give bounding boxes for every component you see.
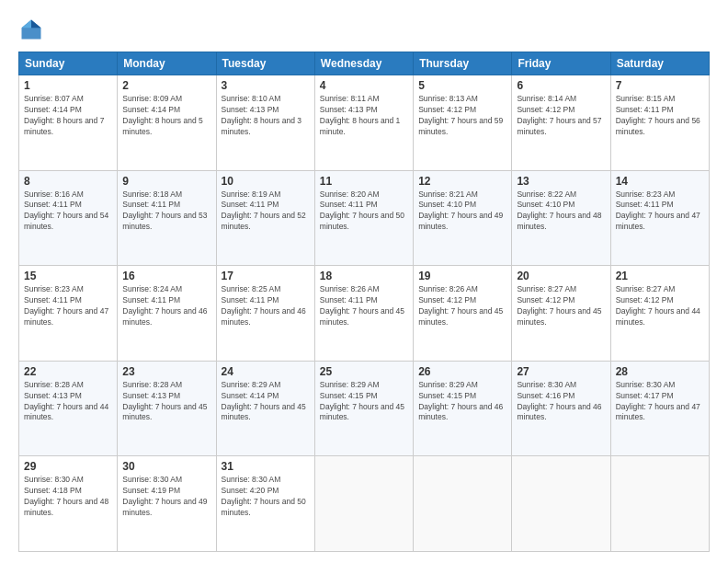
day-info: Sunrise: 8:28 AMSunset: 4:13 PMDaylight:… <box>122 380 210 424</box>
day-info: Sunrise: 8:11 AMSunset: 4:13 PMDaylight:… <box>320 94 408 138</box>
day-info: Sunrise: 8:21 AMSunset: 4:10 PMDaylight:… <box>418 190 506 234</box>
week-row-3: 15Sunrise: 8:23 AMSunset: 4:11 PMDayligh… <box>19 266 710 362</box>
day-number: 22 <box>24 365 112 378</box>
day-number: 28 <box>616 365 704 378</box>
header-cell-tuesday: Tuesday <box>216 52 314 75</box>
calendar-cell: 12Sunrise: 8:21 AMSunset: 4:10 PMDayligh… <box>414 170 512 266</box>
day-info: Sunrise: 8:26 AMSunset: 4:11 PMDaylight:… <box>320 284 408 328</box>
day-info: Sunrise: 8:27 AMSunset: 4:12 PMDaylight:… <box>517 284 605 328</box>
day-number: 20 <box>517 270 605 282</box>
calendar-cell: 17Sunrise: 8:25 AMSunset: 4:11 PMDayligh… <box>216 266 314 362</box>
day-number: 29 <box>24 460 112 473</box>
calendar-cell: 16Sunrise: 8:24 AMSunset: 4:11 PMDayligh… <box>118 266 216 362</box>
svg-marker-2 <box>22 20 32 29</box>
calendar-cell: 10Sunrise: 8:19 AMSunset: 4:11 PMDayligh… <box>216 170 314 266</box>
day-info: Sunrise: 8:29 AMSunset: 4:15 PMDaylight:… <box>320 380 408 424</box>
day-info: Sunrise: 8:30 AMSunset: 4:20 PMDaylight:… <box>222 475 310 519</box>
day-number: 23 <box>122 365 210 378</box>
day-info: Sunrise: 8:20 AMSunset: 4:11 PMDaylight:… <box>320 190 408 234</box>
week-row-2: 8Sunrise: 8:16 AMSunset: 4:11 PMDaylight… <box>19 170 710 266</box>
header-cell-thursday: Thursday <box>414 52 512 75</box>
calendar-cell: 8Sunrise: 8:16 AMSunset: 4:11 PMDaylight… <box>19 170 118 266</box>
logo <box>18 17 48 42</box>
calendar-cell: 30Sunrise: 8:30 AMSunset: 4:19 PMDayligh… <box>118 456 216 552</box>
day-info: Sunrise: 8:30 AMSunset: 4:18 PMDaylight:… <box>24 475 112 519</box>
day-info: Sunrise: 8:25 AMSunset: 4:11 PMDaylight:… <box>222 284 310 328</box>
day-info: Sunrise: 8:23 AMSunset: 4:11 PMDaylight:… <box>616 190 704 234</box>
day-info: Sunrise: 8:18 AMSunset: 4:11 PMDaylight:… <box>122 190 210 234</box>
calendar-cell: 2Sunrise: 8:09 AMSunset: 4:14 PMDaylight… <box>118 75 216 171</box>
day-info: Sunrise: 8:30 AMSunset: 4:17 PMDaylight:… <box>616 380 704 424</box>
day-number: 10 <box>222 175 310 188</box>
header-cell-saturday: Saturday <box>610 52 709 75</box>
logo-icon <box>18 17 44 42</box>
day-number: 26 <box>418 365 506 378</box>
day-info: Sunrise: 8:10 AMSunset: 4:13 PMDaylight:… <box>222 94 310 138</box>
calendar-cell: 9Sunrise: 8:18 AMSunset: 4:11 PMDaylight… <box>118 170 216 266</box>
day-number: 2 <box>122 79 210 92</box>
day-info: Sunrise: 8:27 AMSunset: 4:12 PMDaylight:… <box>616 284 704 328</box>
day-info: Sunrise: 8:22 AMSunset: 4:10 PMDaylight:… <box>517 190 605 234</box>
day-info: Sunrise: 8:13 AMSunset: 4:12 PMDaylight:… <box>418 94 506 138</box>
day-info: Sunrise: 8:19 AMSunset: 4:11 PMDaylight:… <box>222 190 310 234</box>
day-number: 18 <box>320 270 408 282</box>
calendar-cell: 22Sunrise: 8:28 AMSunset: 4:13 PMDayligh… <box>19 361 118 456</box>
day-number: 9 <box>122 175 210 188</box>
day-number: 27 <box>517 365 605 378</box>
day-number: 24 <box>222 365 310 378</box>
calendar-cell: 19Sunrise: 8:26 AMSunset: 4:12 PMDayligh… <box>414 266 512 362</box>
day-number: 19 <box>418 270 506 282</box>
week-row-5: 29Sunrise: 8:30 AMSunset: 4:18 PMDayligh… <box>19 456 710 552</box>
calendar-cell: 28Sunrise: 8:30 AMSunset: 4:17 PMDayligh… <box>610 361 709 456</box>
day-info: Sunrise: 8:16 AMSunset: 4:11 PMDaylight:… <box>24 190 112 234</box>
calendar-cell: 20Sunrise: 8:27 AMSunset: 4:12 PMDayligh… <box>512 266 610 362</box>
calendar-cell: 18Sunrise: 8:26 AMSunset: 4:11 PMDayligh… <box>314 266 413 362</box>
day-number: 17 <box>222 270 310 282</box>
day-info: Sunrise: 8:29 AMSunset: 4:15 PMDaylight:… <box>418 380 506 424</box>
day-number: 31 <box>222 460 310 473</box>
calendar-cell: 6Sunrise: 8:14 AMSunset: 4:12 PMDaylight… <box>512 75 610 171</box>
page: SundayMondayTuesdayWednesdayThursdayFrid… <box>0 0 728 563</box>
calendar-cell: 29Sunrise: 8:30 AMSunset: 4:18 PMDayligh… <box>19 456 118 552</box>
calendar-cell <box>414 456 512 552</box>
header-cell-sunday: Sunday <box>19 52 118 75</box>
calendar-cell: 23Sunrise: 8:28 AMSunset: 4:13 PMDayligh… <box>118 361 216 456</box>
header <box>18 17 710 42</box>
calendar-cell: 14Sunrise: 8:23 AMSunset: 4:11 PMDayligh… <box>610 170 709 266</box>
day-number: 12 <box>418 175 506 188</box>
calendar-table: SundayMondayTuesdayWednesdayThursdayFrid… <box>18 52 710 552</box>
header-cell-monday: Monday <box>118 52 216 75</box>
day-info: Sunrise: 8:14 AMSunset: 4:12 PMDaylight:… <box>517 94 605 138</box>
calendar-cell: 26Sunrise: 8:29 AMSunset: 4:15 PMDayligh… <box>414 361 512 456</box>
calendar-cell <box>610 456 709 552</box>
day-number: 7 <box>616 79 704 92</box>
calendar-cell: 13Sunrise: 8:22 AMSunset: 4:10 PMDayligh… <box>512 170 610 266</box>
calendar-cell: 27Sunrise: 8:30 AMSunset: 4:16 PMDayligh… <box>512 361 610 456</box>
day-number: 11 <box>320 175 408 188</box>
day-number: 14 <box>616 175 704 188</box>
day-info: Sunrise: 8:30 AMSunset: 4:19 PMDaylight:… <box>122 475 210 519</box>
day-info: Sunrise: 8:15 AMSunset: 4:11 PMDaylight:… <box>616 94 704 138</box>
day-info: Sunrise: 8:07 AMSunset: 4:14 PMDaylight:… <box>24 94 112 138</box>
calendar-cell: 11Sunrise: 8:20 AMSunset: 4:11 PMDayligh… <box>314 170 413 266</box>
week-row-1: 1Sunrise: 8:07 AMSunset: 4:14 PMDaylight… <box>19 75 710 171</box>
header-cell-friday: Friday <box>512 52 610 75</box>
header-row: SundayMondayTuesdayWednesdayThursdayFrid… <box>19 52 710 75</box>
day-info: Sunrise: 8:09 AMSunset: 4:14 PMDaylight:… <box>122 94 210 138</box>
day-number: 25 <box>320 365 408 378</box>
calendar-cell: 1Sunrise: 8:07 AMSunset: 4:14 PMDaylight… <box>19 75 118 171</box>
calendar-cell: 24Sunrise: 8:29 AMSunset: 4:14 PMDayligh… <box>216 361 314 456</box>
calendar-cell: 4Sunrise: 8:11 AMSunset: 4:13 PMDaylight… <box>314 75 413 171</box>
calendar-cell <box>314 456 413 552</box>
day-info: Sunrise: 8:26 AMSunset: 4:12 PMDaylight:… <box>418 284 506 328</box>
day-number: 15 <box>24 270 112 282</box>
calendar-cell: 7Sunrise: 8:15 AMSunset: 4:11 PMDaylight… <box>610 75 709 171</box>
day-info: Sunrise: 8:23 AMSunset: 4:11 PMDaylight:… <box>24 284 112 328</box>
day-number: 6 <box>517 79 605 92</box>
svg-marker-1 <box>31 20 41 29</box>
day-number: 4 <box>320 79 408 92</box>
day-number: 21 <box>616 270 704 282</box>
day-number: 8 <box>24 175 112 188</box>
week-row-4: 22Sunrise: 8:28 AMSunset: 4:13 PMDayligh… <box>19 361 710 456</box>
day-info: Sunrise: 8:24 AMSunset: 4:11 PMDaylight:… <box>122 284 210 328</box>
